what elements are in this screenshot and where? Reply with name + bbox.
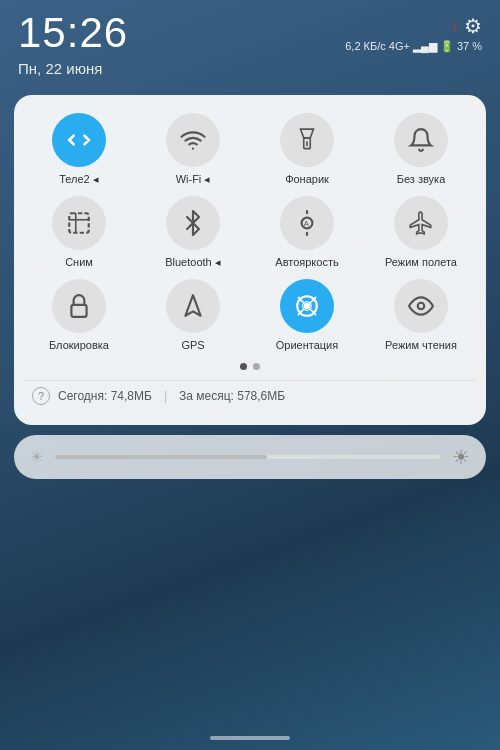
quick-item-gps[interactable]: GPS: [138, 279, 248, 352]
divider: |: [164, 389, 167, 403]
orientation-icon: [294, 293, 320, 319]
brightness-low-icon: ☀: [30, 448, 43, 466]
quick-item-screenshot[interactable]: Сним: [24, 196, 134, 269]
bluetooth-icon: [180, 210, 206, 236]
gps-icon: [180, 293, 206, 319]
network-info: 6,2 КБ/с 4G+ ▂▄▆ 🔋 37 %: [345, 40, 482, 53]
eye-icon: [408, 293, 434, 319]
network-type: 4G+: [389, 40, 410, 52]
reading-label: Режим чтения: [385, 339, 457, 352]
quick-settings-panel: Теле2 ◂ Wi-Fi ◂ Фонарик: [14, 95, 486, 425]
status-right: ↓ ⚙ 6,2 КБ/с 4G+ ▂▄▆ 🔋 37 %: [345, 14, 482, 53]
orientation-button[interactable]: [280, 279, 334, 333]
quick-item-orientation[interactable]: Ориентация: [252, 279, 362, 352]
today-usage: Сегодня: 74,8МБ: [58, 389, 152, 403]
svg-text:A: A: [304, 219, 310, 228]
date-bar: Пн, 22 июня: [0, 58, 500, 87]
dot-1: [240, 363, 247, 370]
screenshot-button[interactable]: [52, 196, 106, 250]
month-usage: За месяц: 578,6МБ: [179, 389, 285, 403]
screenshot-icon: [66, 210, 92, 236]
page-dots: [24, 363, 476, 370]
screenshot-label: Сним: [65, 256, 93, 269]
svg-rect-9: [71, 305, 86, 317]
data-question-icon[interactable]: ?: [32, 387, 50, 405]
signal-icon: ▂▄▆: [413, 40, 440, 52]
auto-brightness-button[interactable]: A: [280, 196, 334, 250]
flashlight-icon: [294, 127, 320, 153]
flashlight-button[interactable]: [280, 113, 334, 167]
battery-icon: 🔋: [440, 40, 454, 52]
svg-point-14: [418, 303, 425, 310]
airplane-label: Режим полета: [385, 256, 457, 269]
quick-item-wifi[interactable]: Wi-Fi ◂: [138, 113, 248, 186]
brightness-track[interactable]: [55, 455, 440, 459]
airplane-button[interactable]: [394, 196, 448, 250]
bell-icon: [408, 127, 434, 153]
quick-grid: Теле2 ◂ Wi-Fi ◂ Фонарик: [24, 113, 476, 353]
data-usage: ? Сегодня: 74,8МБ | За месяц: 578,6МБ: [24, 380, 476, 411]
bluetooth-button[interactable]: [166, 196, 220, 250]
quick-item-bluetooth[interactable]: Bluetooth ◂: [138, 196, 248, 269]
quick-item-lock[interactable]: Блокировка: [24, 279, 134, 352]
tele2-button[interactable]: [52, 113, 106, 167]
silent-label: Без звука: [397, 173, 446, 186]
battery-level: 37 %: [457, 40, 482, 52]
home-indicator[interactable]: [210, 736, 290, 740]
quick-item-airplane[interactable]: Режим полета: [366, 196, 476, 269]
clock: 15:26: [18, 12, 128, 54]
wifi-icon: [180, 127, 206, 153]
quick-item-flashlight[interactable]: Фонарик: [252, 113, 362, 186]
wifi-button[interactable]: [166, 113, 220, 167]
orientation-label: Ориентация: [276, 339, 338, 352]
silent-button[interactable]: [394, 113, 448, 167]
airplane-icon: [408, 210, 434, 236]
wifi-label: Wi-Fi ◂: [176, 173, 211, 186]
auto-brightness-icon: A: [294, 210, 320, 236]
quick-item-silent[interactable]: Без звука: [366, 113, 476, 186]
tele2-icon: [66, 127, 92, 153]
auto-brightness-label: Автояркость: [275, 256, 338, 269]
brightness-bar[interactable]: ☀ ☀: [14, 435, 486, 479]
svg-point-12: [304, 303, 311, 310]
reading-button[interactable]: [394, 279, 448, 333]
down-arrow-icon: ↓: [450, 15, 459, 36]
lock-icon: [66, 293, 92, 319]
flashlight-label: Фонарик: [285, 173, 329, 186]
lock-label: Блокировка: [49, 339, 109, 352]
gear-icon[interactable]: ⚙: [464, 14, 482, 38]
gps-button[interactable]: [166, 279, 220, 333]
lock-button[interactable]: [52, 279, 106, 333]
network-speed: 6,2 КБ/с: [345, 40, 386, 52]
dot-2: [253, 363, 260, 370]
tele2-label: Теле2 ◂: [59, 173, 99, 186]
status-icons: ↓ ⚙: [450, 14, 482, 38]
svg-marker-10: [185, 296, 200, 317]
svg-rect-2: [69, 213, 89, 233]
status-bar: 15:26 ↓ ⚙ 6,2 КБ/с 4G+ ▂▄▆ 🔋 37 %: [0, 0, 500, 58]
quick-item-tele2[interactable]: Теле2 ◂: [24, 113, 134, 186]
quick-item-auto-brightness[interactable]: A Автояркость: [252, 196, 362, 269]
brightness-fill: [55, 455, 267, 459]
brightness-high-icon: ☀: [452, 445, 470, 469]
quick-item-reading[interactable]: Режим чтения: [366, 279, 476, 352]
bluetooth-label: Bluetooth ◂: [165, 256, 221, 269]
gps-label: GPS: [181, 339, 204, 352]
date-label: Пн, 22 июня: [18, 60, 102, 77]
